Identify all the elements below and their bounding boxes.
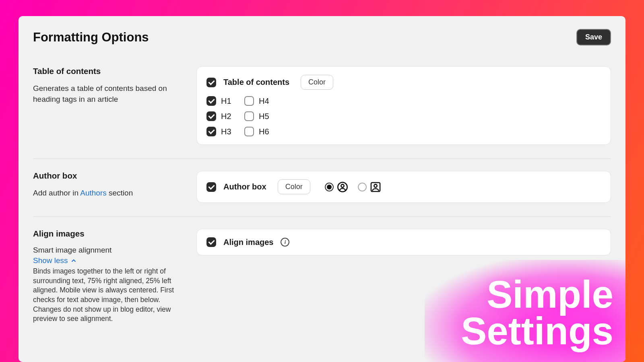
section-toc: Table of contents Generates a table of c… — [33, 66, 611, 159]
toc-h4-label: H4 — [259, 97, 270, 106]
align-detail: Binds images together to the left or rig… — [33, 267, 184, 324]
svg-point-3 — [374, 184, 377, 187]
header-row: Formatting Options Save — [33, 29, 611, 45]
avatar-circle-icon — [337, 181, 348, 193]
toc-desc: Generates a table of contents based on h… — [33, 83, 184, 105]
toc-enable-checkbox[interactable] — [206, 78, 216, 87]
align-showless-toggle[interactable]: Show less — [33, 256, 77, 265]
author-card: Author box Color — [196, 171, 611, 203]
save-button[interactable]: Save — [576, 29, 611, 45]
toc-card: Table of contents Color H1 H4 H2 H5 H3 H… — [196, 66, 611, 145]
toc-option-label: Table of contents — [223, 78, 289, 87]
toc-h4-checkbox[interactable] — [244, 96, 254, 106]
author-style-square-radio[interactable] — [358, 183, 367, 191]
author-style-circle-radio[interactable] — [325, 183, 334, 191]
toc-h2-checkbox[interactable] — [206, 111, 216, 121]
align-toggle-label: Show less — [33, 256, 68, 265]
align-enable-checkbox[interactable] — [206, 237, 216, 247]
toc-title: Table of contents — [33, 66, 184, 76]
author-color-button[interactable]: Color — [278, 179, 310, 194]
info-icon[interactable]: i — [281, 238, 289, 247]
toc-h3-checkbox[interactable] — [206, 127, 216, 136]
toc-h6-label: H6 — [259, 127, 270, 136]
align-card: Align images i — [196, 229, 611, 255]
toc-heading-grid: H1 H4 H2 H5 H3 H6 — [206, 96, 270, 136]
svg-point-1 — [341, 184, 344, 187]
chevron-up-icon — [70, 257, 77, 264]
toc-h6-checkbox[interactable] — [244, 127, 254, 136]
author-desc-prefix: Add author in — [33, 189, 80, 197]
author-desc-suffix: section — [107, 189, 133, 197]
section-author: Author box Add author in Authors section… — [33, 171, 611, 217]
toc-h5-label: H5 — [259, 112, 270, 121]
section-align: Align images Smart image alignment Show … — [33, 229, 611, 337]
avatar-square-icon — [370, 181, 381, 193]
align-title: Align images — [33, 229, 184, 239]
align-option-label: Align images — [223, 238, 273, 247]
toc-h1-label: H1 — [221, 97, 232, 106]
authors-link[interactable]: Authors — [80, 189, 106, 197]
toc-h3-label: H3 — [221, 127, 232, 136]
align-subdesc: Smart image alignment — [33, 246, 184, 255]
toc-h2-label: H2 — [221, 112, 232, 121]
author-title: Author box — [33, 171, 184, 181]
page-title: Formatting Options — [33, 30, 149, 45]
toc-h5-checkbox[interactable] — [244, 111, 254, 121]
author-desc: Add author in Authors section — [33, 188, 184, 199]
toc-color-button[interactable]: Color — [301, 75, 333, 90]
author-enable-checkbox[interactable] — [206, 182, 216, 192]
settings-panel: Formatting Options Save Table of content… — [19, 16, 625, 362]
author-option-label: Author box — [223, 182, 266, 191]
toc-h1-checkbox[interactable] — [206, 96, 216, 106]
author-style-radios — [325, 181, 381, 193]
